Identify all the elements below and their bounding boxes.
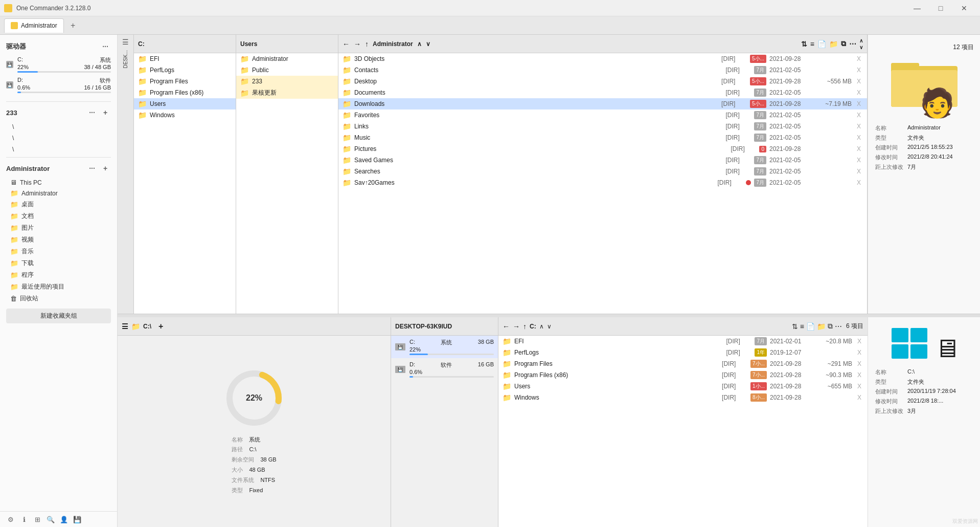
- admin-header-right: ⇅ ≡ 📄 📁 ⧉ ⋯ ∧ ∨: [801, 38, 863, 50]
- new-group-btn[interactable]: 新建收藏夹组: [6, 309, 111, 323]
- file-searches[interactable]: 📁 Searches [DIR] 7月 2021-02-05 X: [338, 166, 867, 177]
- copy-icon[interactable]: ⧉: [841, 39, 846, 48]
- bc-file-pf[interactable]: 📁 Program Files [DIR] 7小... 2021-09-28 ~…: [498, 358, 868, 369]
- nav-item-3[interactable]: \: [0, 144, 117, 155]
- bc-file-windows[interactable]: 📁 Windows [DIR] 8小... 2021-09-28 X: [498, 392, 868, 403]
- scroll-up-icon[interactable]: ∧: [859, 38, 863, 43]
- file-programfiles-x86[interactable]: 📁 Program Files (x86): [134, 87, 236, 98]
- new-file-icon[interactable]: 📄: [817, 40, 826, 48]
- tree-pictures[interactable]: 📁 图片: [0, 222, 117, 234]
- bi-type-row: 类型 文件夹: [875, 378, 973, 386]
- file-favorites[interactable]: 📁 Favorites [DIR] 7月 2021-02-05 X: [338, 109, 867, 121]
- tree-downloads[interactable]: 📁 下载: [0, 257, 117, 269]
- admin-nav-next[interactable]: →: [354, 40, 361, 48]
- bi-name-value: C:\: [907, 368, 915, 376]
- file-guohegengxin[interactable]: 📁 果核更新: [236, 87, 338, 99]
- tree-administrator[interactable]: 📁 Administrator: [0, 188, 117, 199]
- bottom-drive-d[interactable]: 💾 D: 软件 16 GB 0.6%: [391, 358, 498, 381]
- bc-nav-up[interactable]: ↑: [523, 322, 527, 331]
- list-icon[interactable]: ≡: [810, 40, 814, 48]
- admin-nav-collapse[interactable]: ∨: [426, 40, 430, 48]
- tree-recycle[interactable]: 🗑 回收站: [0, 293, 117, 304]
- bottom-drive-c-fill: [409, 354, 428, 355]
- nav-item-2[interactable]: \: [0, 133, 117, 144]
- file-windows[interactable]: 📁 Windows: [134, 109, 236, 121]
- file-perflogs[interactable]: 📁 PerfLogs: [134, 64, 236, 76]
- bc-file-perflogs[interactable]: 📁 PerfLogs [DIR] 1年 2019-12-07 X: [498, 347, 868, 358]
- file-233[interactable]: 📁 233: [236, 76, 338, 87]
- bc-file-pf-age: 7小...: [750, 360, 767, 368]
- folder233-add[interactable]: +: [100, 107, 111, 118]
- bc-list[interactable]: ≡: [800, 322, 804, 331]
- bc-newfolder[interactable]: 📁: [817, 322, 826, 331]
- maximize-btn[interactable]: □: [929, 0, 952, 16]
- tree-video[interactable]: 📁 视频: [0, 234, 117, 246]
- minimize-btn[interactable]: —: [905, 0, 929, 16]
- bc-nav-next[interactable]: →: [513, 322, 520, 331]
- info-icon[interactable]: ℹ: [19, 515, 29, 524]
- drive-c-item[interactable]: 💾 C: 系统 22% 38 / 48 GB: [0, 54, 117, 75]
- tab-administrator[interactable]: Administrator: [4, 18, 64, 33]
- tab-add-btn[interactable]: +: [66, 18, 80, 33]
- more-icon[interactable]: ⋯: [849, 40, 856, 48]
- admin-nav-up[interactable]: ↑: [365, 40, 369, 48]
- file-efi[interactable]: 📁 EFI: [134, 53, 236, 64]
- file-3dobjects[interactable]: 📁 3D Objects [DIR] 5小... 2021-09-28 X: [338, 53, 867, 64]
- bottom-drive-c[interactable]: 💾 C: 系统 38 GB 22%: [391, 336, 498, 358]
- bc-collapse[interactable]: ∨: [547, 323, 552, 330]
- file-users[interactable]: 📁 Users: [134, 98, 236, 109]
- layout-icon[interactable]: ⊞: [33, 515, 42, 524]
- tree-music[interactable]: 📁 音乐: [0, 246, 117, 257]
- file-desktop[interactable]: 📁 Desktop [DIR] 5小... 2021-09-28 ~556 MB…: [338, 76, 867, 87]
- search-icon[interactable]: 🔍: [46, 515, 55, 524]
- file-programfiles[interactable]: 📁 Program Files: [134, 76, 236, 87]
- file-documents-type: [DIR]: [725, 89, 751, 96]
- c-header-label: C:: [138, 40, 145, 48]
- file-savedgames2[interactable]: 📁 Sav↑20Games [DIR] 7月 2021-02-05 X: [338, 177, 867, 188]
- file-public[interactable]: 📁 Public: [236, 64, 338, 76]
- scroll-down-icon[interactable]: ∨: [859, 45, 863, 50]
- drive-d-item[interactable]: 💾 D: 软件 0.6% 16 / 16 GB: [0, 75, 117, 95]
- file-savedgames[interactable]: 📁 Saved Games [DIR] 7月 2021-02-05 X: [338, 155, 867, 166]
- file-admin[interactable]: 📁 Administrator: [236, 53, 338, 64]
- up-down-btns[interactable]: ∧ ∨: [859, 38, 863, 50]
- sort-icon[interactable]: ⇅: [801, 40, 807, 48]
- file-pictures[interactable]: 📁 Pictures [DIR] 0 2021-09-28 X: [338, 143, 867, 155]
- divider-1: [6, 101, 111, 102]
- save-icon[interactable]: 💾: [73, 515, 82, 524]
- bottom-hamburger-icon[interactable]: ☰: [122, 322, 128, 331]
- bottom-tab-add[interactable]: +: [158, 322, 163, 331]
- file-documents[interactable]: 📁 Documents [DIR] 7月 2021-02-05 X: [338, 87, 867, 98]
- admin-nav-prev[interactable]: ←: [343, 40, 350, 48]
- user-icon[interactable]: 👤: [59, 515, 69, 524]
- admin-more[interactable]: ···: [86, 163, 98, 174]
- bc-more[interactable]: ⋯: [835, 322, 842, 331]
- tree-desktop[interactable]: 📁 桌面: [0, 199, 117, 210]
- admin-add[interactable]: +: [100, 163, 111, 174]
- file-contacts[interactable]: 📁 Contacts [DIR] 7月 2021-02-05 X: [338, 64, 867, 76]
- bc-nav-prev[interactable]: ←: [503, 322, 510, 331]
- hamburger-icon[interactable]: ☰: [122, 38, 129, 46]
- bc-sort[interactable]: ⇅: [792, 322, 798, 331]
- bc-newfile[interactable]: 📄: [806, 322, 815, 331]
- admin-nav-expand[interactable]: ∧: [417, 40, 422, 48]
- tree-this-pc[interactable]: 🖥 This PC: [0, 177, 117, 188]
- folder233-more[interactable]: ···: [86, 107, 98, 118]
- close-btn[interactable]: ✕: [952, 0, 976, 16]
- drives-more-btn[interactable]: ···: [100, 41, 111, 52]
- nav-item-1[interactable]: \: [0, 121, 117, 133]
- bc-expand[interactable]: ∧: [539, 323, 544, 330]
- bc-file-pfx86[interactable]: 📁 Program Files (x86) [DIR] 7小... 2021-0…: [498, 369, 868, 381]
- bc-file-efi[interactable]: 📁 EFI [DIR] 7月 2021-02-01 ~20.8 MB X: [498, 336, 868, 347]
- settings-icon[interactable]: ⚙: [6, 515, 15, 524]
- tree-documents[interactable]: 📁 文档: [0, 210, 117, 222]
- bottom-drive-d-bar: [409, 376, 494, 378]
- bc-file-users[interactable]: 📁 Users [DIR] 1小... 2021-09-28 ~655 MB X: [498, 381, 868, 392]
- file-music[interactable]: 📁 Music [DIR] 7月 2021-02-05 X: [338, 132, 867, 143]
- bc-copy[interactable]: ⧉: [828, 322, 833, 331]
- tree-programs[interactable]: 📁 程序: [0, 269, 117, 281]
- tree-recent[interactable]: 📁 最近使用的项目: [0, 281, 117, 293]
- file-downloads[interactable]: 📁 Downloads [DIR] 5小... 2021-09-28 ~7.19…: [338, 98, 867, 109]
- file-links[interactable]: 📁 Links [DIR] 7月 2021-02-05 X: [338, 121, 867, 132]
- new-folder-icon[interactable]: 📁: [829, 40, 838, 48]
